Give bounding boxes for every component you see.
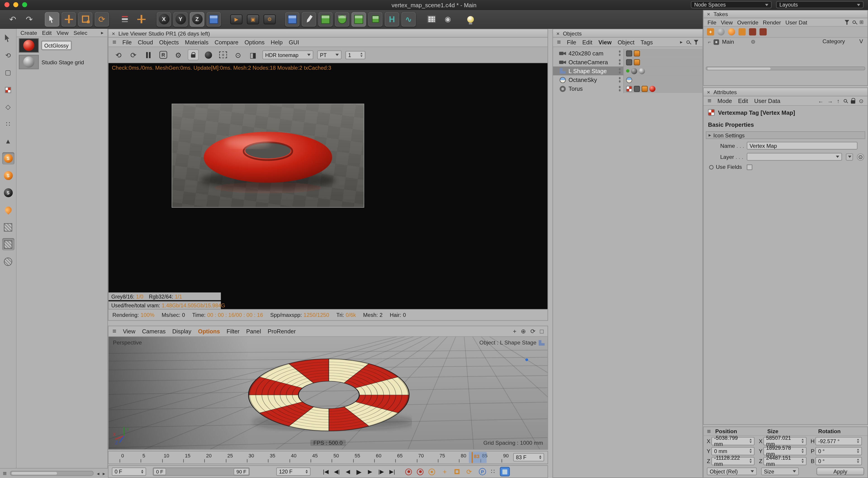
texture-tag-icon[interactable]: [639, 68, 645, 74]
range-min-handle[interactable]: 0 F: [153, 468, 166, 475]
layer-field[interactable]: [747, 153, 842, 160]
add-keyframe-button[interactable]: [134, 12, 148, 27]
autokey-button[interactable]: [417, 468, 423, 475]
take-override-icon[interactable]: [760, 28, 767, 35]
kernel-select[interactable]: PT: [317, 51, 342, 59]
spinner-arrows[interactable]: [140, 470, 144, 474]
axis-y-toggle[interactable]: Y: [173, 12, 188, 27]
attr-menu-edit[interactable]: Edit: [738, 97, 748, 104]
model-mode-icon[interactable]: ▢: [2, 66, 14, 79]
passes-field[interactable]: 1: [345, 51, 365, 59]
next-frame-button[interactable]: ▶: [365, 467, 375, 476]
object-name[interactable]: Torus: [568, 85, 583, 92]
obj-menu-edit[interactable]: Edit: [582, 39, 592, 45]
value-column-label[interactable]: V: [859, 38, 863, 44]
visibility-dots[interactable]: [619, 51, 621, 56]
history-forward-icon[interactable]: →: [827, 98, 833, 104]
object-name[interactable]: L Shape Stage: [568, 68, 607, 74]
node-spaces-select[interactable]: Node Spaces: [691, 1, 772, 8]
close-icon[interactable]: ×: [707, 89, 710, 95]
composite-tag-icon[interactable]: [626, 59, 632, 65]
make-editable-icon[interactable]: ⟲: [2, 49, 14, 62]
prev-key-button[interactable]: ◀|: [332, 467, 342, 476]
spinner-arrows[interactable]: [800, 459, 804, 463]
spinner-arrows[interactable]: [748, 439, 752, 443]
takes-menu-view[interactable]: View: [721, 19, 733, 25]
lock-resolution-icon[interactable]: [188, 49, 199, 60]
octane-liquid-icon[interactable]: [2, 204, 14, 216]
restart-render-icon[interactable]: ⟲: [113, 49, 124, 60]
take-tag-icon[interactable]: [738, 28, 746, 35]
object-row-selected[interactable]: L Shape Stage: [553, 66, 703, 76]
vertexmap-tag-icon[interactable]: [626, 86, 632, 92]
obj-menu-file[interactable]: File: [567, 39, 576, 45]
xpresso-button[interactable]: [424, 12, 438, 27]
visibility-dots[interactable]: [619, 77, 621, 82]
spinner-arrows[interactable]: [855, 459, 859, 463]
vp-menu-view[interactable]: View: [123, 328, 135, 334]
burger-icon[interactable]: ≡: [557, 38, 561, 46]
enabled-dot-icon[interactable]: [626, 69, 629, 73]
horizontal-scrollbar[interactable]: [10, 471, 93, 476]
take-material-icon[interactable]: [717, 28, 724, 35]
menu-overflow-icon[interactable]: ▸: [680, 39, 683, 45]
scale-tool[interactable]: [78, 12, 93, 27]
coord-mode-select[interactable]: Object (Rel): [707, 468, 757, 475]
vp-menu-filter[interactable]: Filter: [227, 328, 240, 334]
burger-icon[interactable]: ≡: [113, 327, 116, 335]
burger-icon[interactable]: ≡: [707, 427, 711, 435]
scroll-right-icon[interactable]: ▸: [103, 471, 105, 476]
torus-object[interactable]: [246, 349, 412, 432]
lv-menu-file[interactable]: File: [122, 39, 132, 45]
search-icon[interactable]: [843, 99, 847, 102]
last-tool-button[interactable]: [117, 12, 132, 27]
takes-menu-render[interactable]: Render: [763, 19, 781, 25]
keyframe-selection-button[interactable]: [429, 468, 435, 475]
size-z-field[interactable]: 24487.151 mm: [763, 457, 806, 465]
size-x-field[interactable]: 58507.021 mm: [763, 437, 806, 445]
attr-menu-userdata[interactable]: User Data: [754, 97, 780, 104]
lv-menu-cloud[interactable]: Cloud: [138, 39, 153, 45]
take-name[interactable]: Main: [722, 39, 734, 45]
columns-icon[interactable]: ⊞: [859, 20, 864, 25]
record-keyframe-button[interactable]: [405, 468, 412, 475]
takes-menu-override[interactable]: Override: [737, 19, 758, 25]
focus-picker-icon[interactable]: ⊙: [232, 49, 244, 60]
material-picker-icon[interactable]: ◨: [247, 49, 258, 60]
workplane-mode-icon[interactable]: ◇: [2, 101, 14, 113]
render-settings-icon[interactable]: ⚙: [173, 49, 184, 60]
object-name[interactable]: 420x280 cam: [568, 50, 603, 56]
rotate-tool[interactable]: ⟳: [95, 12, 109, 27]
octane-glossy-icon[interactable]: S: [2, 152, 14, 165]
spinner-arrows[interactable]: [855, 439, 859, 443]
search-icon[interactable]: [853, 21, 856, 24]
category-column-label[interactable]: Category: [823, 38, 845, 44]
lv-menu-help[interactable]: Help: [271, 39, 283, 45]
pan-view-icon[interactable]: +: [513, 328, 517, 335]
simulation-button[interactable]: ∿: [401, 12, 416, 27]
keyframe-presets-icon[interactable]: ∷: [491, 468, 495, 475]
obj-menu-view[interactable]: View: [598, 39, 612, 45]
lock-icon[interactable]: [850, 100, 855, 104]
history-back-icon[interactable]: ←: [818, 98, 824, 104]
playhead[interactable]: [471, 452, 473, 463]
visibility-dots[interactable]: [619, 59, 621, 64]
spinner-arrows[interactable]: [800, 439, 804, 443]
toggle-view-icon[interactable]: □: [540, 328, 544, 335]
current-frame-field[interactable]: 83 F: [513, 453, 544, 461]
range-max-handle[interactable]: 90 F: [234, 468, 249, 475]
rot-p-field[interactable]: 0 °: [815, 447, 862, 455]
vp-menu-panel[interactable]: Panel: [246, 328, 261, 334]
material-ball-icon[interactable]: [203, 49, 214, 60]
layer-picker-button[interactable]: ⊙: [857, 153, 864, 160]
instance-button[interactable]: [351, 12, 366, 27]
object-name[interactable]: OctaneSky: [568, 77, 597, 83]
name-field[interactable]: Vertex Map: [747, 142, 858, 150]
move-tool[interactable]: [62, 12, 76, 27]
pos-y-field[interactable]: 0 mm: [711, 447, 754, 455]
selection-hatch-icon[interactable]: [2, 221, 14, 233]
filter-icon[interactable]: [694, 39, 699, 44]
spinner-arrows[interactable]: [855, 449, 859, 453]
material-tag-icon[interactable]: [649, 86, 655, 92]
zoom-view-icon[interactable]: ⊕: [521, 328, 526, 335]
